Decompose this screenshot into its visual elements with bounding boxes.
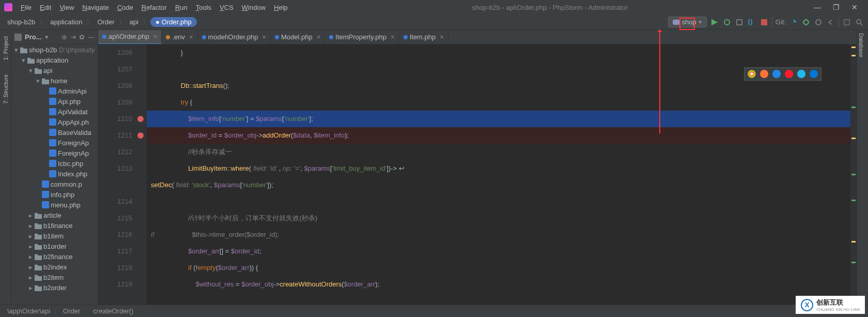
- git-update-icon[interactable]: [789, 18, 798, 27]
- menu-window[interactable]: Window: [238, 3, 270, 12]
- database-tool-tab[interactable]: Database: [857, 30, 865, 61]
- tree-folder[interactable]: ▾home: [11, 76, 98, 86]
- tree-file[interactable]: ForeignAp: [11, 138, 98, 148]
- minimize-button[interactable]: —: [808, 3, 827, 11]
- menu-file[interactable]: File: [17, 3, 36, 12]
- close-icon[interactable]: ×: [391, 33, 395, 41]
- close-icon[interactable]: ×: [153, 33, 158, 40]
- tree-folder[interactable]: ▸b2item: [11, 272, 98, 282]
- gear-icon[interactable]: ✿: [79, 33, 85, 41]
- breadcrumb-item[interactable]: application: [47, 17, 85, 27]
- tree-file[interactable]: info.php: [11, 189, 98, 200]
- chevron-down-icon[interactable]: ▾: [45, 33, 49, 41]
- tree-file[interactable]: Api.php: [11, 96, 98, 107]
- tree-folder[interactable]: ▸b2finance: [11, 251, 98, 262]
- browser-preview-bar[interactable]: [744, 67, 822, 81]
- edge-icon[interactable]: [810, 70, 818, 78]
- collapse-icon[interactable]: ⇥: [70, 33, 76, 41]
- menu-code[interactable]: Code: [113, 3, 137, 12]
- breakpoint-icon[interactable]: [137, 116, 144, 122]
- code-line[interactable]: $order_id = $order_obj->addOrder($data, …: [147, 127, 850, 144]
- chrome-icon[interactable]: [748, 70, 756, 78]
- menu-help[interactable]: Help: [270, 3, 292, 12]
- tree-folder[interactable]: ▾shop-b2bD:\phpstudy: [11, 44, 98, 55]
- close-icon[interactable]: ×: [262, 33, 266, 41]
- tree-file[interactable]: ForeignAp: [11, 148, 98, 158]
- code-line[interactable]: $order_arr[] = $order_id;: [147, 243, 850, 260]
- code-line[interactable]: [147, 193, 850, 210]
- code-editor[interactable]: 1206120712081209121012111212121312141215…: [98, 44, 857, 305]
- git-history-icon[interactable]: [814, 18, 823, 27]
- tree-folder[interactable]: ▸article: [11, 210, 98, 220]
- git-rollback-icon[interactable]: [826, 18, 835, 27]
- debug-button[interactable]: [722, 18, 732, 27]
- stop-button[interactable]: [760, 18, 769, 27]
- status-crumb[interactable]: createOrder(): [90, 307, 136, 315]
- tree-folder[interactable]: ▾api: [11, 65, 98, 76]
- status-crumb[interactable]: Order: [60, 307, 83, 315]
- breadcrumb-item[interactable]: Order: [94, 17, 117, 27]
- code-line[interactable]: //秒杀库存减一: [147, 144, 850, 160]
- menu-run[interactable]: Run: [171, 3, 192, 12]
- tree-folder[interactable]: ▸b2order: [11, 282, 98, 293]
- menu-edit[interactable]: Edit: [36, 3, 55, 12]
- tree-file[interactable]: ApiValidat: [11, 107, 98, 117]
- code-line[interactable]: $without_res = $order_obj->createWithout…: [147, 276, 850, 293]
- safari-icon[interactable]: [772, 70, 781, 78]
- line-gutter[interactable]: 1206120712081209121012111212121312141215…: [98, 44, 147, 305]
- ie-icon[interactable]: [797, 70, 805, 78]
- status-crumb[interactable]: \app\Order\api: [4, 307, 53, 315]
- tree-folder[interactable]: ▸b1item: [11, 231, 98, 241]
- editor-tab[interactable]: .env×: [162, 30, 197, 44]
- project-tool-tab[interactable]: 1: Project: [2, 34, 10, 62]
- tree-folder[interactable]: ▸b2index: [11, 262, 98, 272]
- code-line[interactable]: // $this->time_order($order_id);: [147, 227, 850, 243]
- opera-icon[interactable]: [785, 70, 793, 78]
- breakpoint-icon[interactable]: [137, 132, 144, 139]
- close-icon[interactable]: ×: [317, 33, 321, 41]
- code-line[interactable]: try {: [147, 94, 850, 111]
- tree-folder[interactable]: ▸b1order: [11, 241, 98, 251]
- editor-tab[interactable]: Item.php×: [399, 30, 448, 44]
- project-tree[interactable]: ▾shop-b2bD:\phpstudy▾application▾api▾hom…: [11, 44, 98, 305]
- code-content[interactable]: } Db::startTrans(); try { $item_info['nu…: [147, 44, 850, 305]
- menu-refactor[interactable]: Refactor: [137, 3, 171, 12]
- menu-view[interactable]: View: [55, 3, 78, 12]
- tree-folder[interactable]: ▸b1finance: [11, 220, 98, 231]
- menu-tools[interactable]: Tools: [192, 3, 215, 12]
- tree-file[interactable]: Index.php: [11, 169, 98, 179]
- ide-settings-icon[interactable]: [842, 18, 851, 27]
- coverage-button[interactable]: [735, 18, 744, 27]
- error-stripe[interactable]: [850, 44, 857, 305]
- menu-navigate[interactable]: Navigate: [78, 3, 113, 12]
- git-commit-icon[interactable]: [801, 18, 811, 27]
- close-icon[interactable]: ×: [189, 33, 193, 41]
- listen-debug-button[interactable]: ⟨⟩: [747, 18, 756, 27]
- tree-file[interactable]: BaseValida: [11, 127, 98, 138]
- code-line[interactable]: }: [147, 44, 850, 61]
- close-button[interactable]: ✕: [845, 3, 864, 11]
- maximize-button[interactable]: ❐: [827, 3, 845, 11]
- tree-folder[interactable]: ▾application: [11, 55, 98, 65]
- code-line[interactable]: //计时半个小时后，订单不支付就失效(秒杀): [147, 210, 850, 227]
- tree-file[interactable]: common.p: [11, 179, 98, 189]
- tree-file[interactable]: AppApi.ph: [11, 117, 98, 127]
- tree-file[interactable]: menu.php: [11, 200, 98, 210]
- menu-vcs[interactable]: VCS: [215, 3, 238, 12]
- code-line[interactable]: setDec( field: 'stock', $params['number'…: [147, 177, 850, 193]
- locate-icon[interactable]: ⊕: [61, 33, 67, 41]
- breadcrumb-item[interactable]: api: [127, 17, 142, 27]
- editor-tab[interactable]: model\Order.php×: [198, 30, 271, 44]
- editor-tab[interactable]: api\Order.php×: [98, 30, 162, 44]
- tree-file[interactable]: Icbc.php: [11, 158, 98, 169]
- search-everywhere-icon[interactable]: [855, 18, 864, 27]
- code-line[interactable]: $item_info['number'] = $params['number']…: [147, 111, 850, 127]
- hide-icon[interactable]: —: [88, 33, 95, 41]
- firefox-icon[interactable]: [760, 70, 768, 78]
- tree-file[interactable]: AdminApi: [11, 86, 98, 96]
- editor-tab[interactable]: ItemProperty.php×: [325, 30, 399, 44]
- code-line[interactable]: LimitBuyItem::where( field: 'id' , op: '…: [147, 160, 850, 177]
- code-line[interactable]: if (!empty($order_arr)) {: [147, 260, 850, 276]
- breadcrumb-item[interactable]: ●Order.php: [150, 17, 197, 27]
- editor-tab[interactable]: Model.php×: [271, 30, 325, 44]
